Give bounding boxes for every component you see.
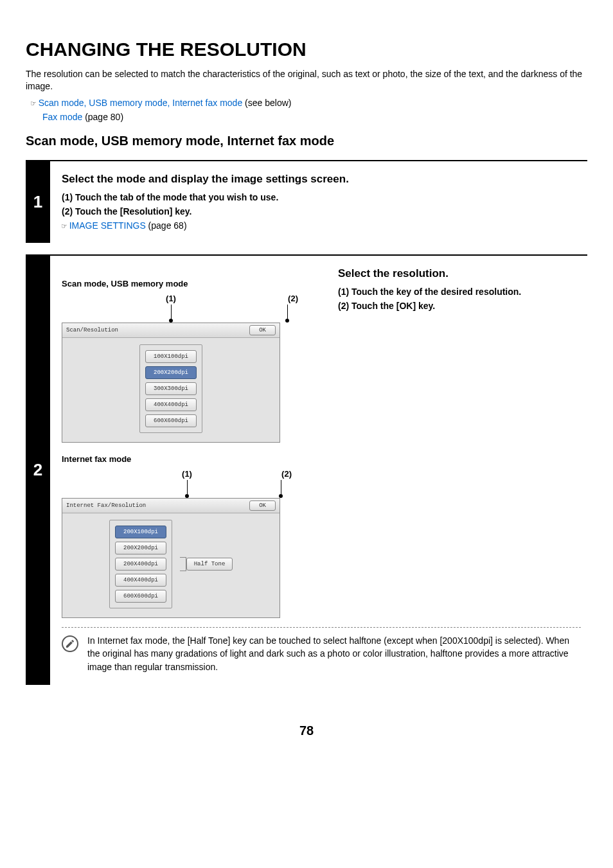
step-number-2: 2 <box>26 256 50 685</box>
step-2-title: Select the resolution. <box>338 267 581 280</box>
ifax-panel-title: Internet Fax/Resolution <box>66 502 146 509</box>
ifax-mode-label: Internet fax mode <box>62 454 319 464</box>
ifax-resolution-options: 200X100dpi 200X200dpi 200X400dpi 400X400… <box>109 520 172 608</box>
scan-resolution-panel: Scan/Resolution OK 100X100dpi 200X200dpi… <box>62 323 280 443</box>
scan-res-100x100[interactable]: 100X100dpi <box>145 350 197 363</box>
page-title: CHANGING THE RESOLUTION <box>26 39 587 60</box>
section-heading: Scan mode, USB memory mode, Internet fax… <box>26 134 587 148</box>
callout-2-ifax: (2) <box>216 469 299 498</box>
intro-text: The resolution can be selected to match … <box>26 68 587 93</box>
ifax-resolution-panel: Internet Fax/Resolution OK 200X100dpi 20… <box>62 498 280 618</box>
crossref-link-fax-mode[interactable]: Fax mode <box>42 112 82 122</box>
step-2-sub-1: (1) Touch the key of the desired resolut… <box>338 287 581 297</box>
ifax-res-400x400[interactable]: 400X400dpi <box>115 574 166 587</box>
ifax-res-200x100[interactable]: 200X100dpi <box>115 526 166 538</box>
crossref-suffix-2: (page 80) <box>82 112 123 122</box>
scan-res-300x300[interactable]: 300X300dpi <box>145 382 197 395</box>
scan-ok-button[interactable]: OK <box>249 325 276 335</box>
note-block: In Internet fax mode, the [Half Tone] ke… <box>62 634 581 673</box>
scan-res-200x200[interactable]: 200X200dpi <box>145 366 197 379</box>
step-2: 2 Scan mode, USB memory mode (1) (2) <box>26 254 587 685</box>
pencil-note-icon <box>62 635 78 652</box>
scan-panel-title: Scan/Resolution <box>66 327 118 333</box>
crossref-line-1: ☞ Scan mode, USB memory mode, Internet f… <box>31 96 587 111</box>
pointer-icon: ☞ <box>62 222 67 231</box>
step-2-sub-2: (2) Touch the [OK] key. <box>338 301 581 311</box>
step-1-sub-2: (2) Touch the [Resolution] key. <box>62 206 581 217</box>
pointer-icon: ☞ <box>31 99 36 109</box>
callout-2: (2) <box>203 294 306 323</box>
ifax-ok-button[interactable]: OK <box>249 500 276 511</box>
halftone-bridge: Half Tone <box>180 557 233 571</box>
step-number-1: 1 <box>26 161 50 243</box>
page-number: 78 <box>26 723 587 738</box>
scan-res-600x600[interactable]: 600X600dpi <box>145 414 197 427</box>
crossref-suffix-1: (see below) <box>242 98 291 108</box>
scan-resolution-options: 100X100dpi 200X200dpi 300X300dpi 400X400… <box>139 344 202 433</box>
crossref-link-scan-modes[interactable]: Scan mode, USB memory mode, Internet fax… <box>39 98 242 108</box>
crossref-line-2: Fax mode (page 80) <box>42 111 587 123</box>
note-text: In Internet fax mode, the [Half Tone] ke… <box>87 634 581 673</box>
dashed-separator <box>62 627 581 628</box>
scan-res-400x400[interactable]: 400X400dpi <box>145 398 197 411</box>
callout-2-ifax-text: (2) <box>281 469 292 479</box>
halftone-button[interactable]: Half Tone <box>186 558 233 571</box>
step-1-sub-1: (1) Touch the tab of the mode that you w… <box>62 192 581 202</box>
ifax-res-600x600[interactable]: 600X600dpi <box>115 590 166 603</box>
crossref-suffix-3: (page 68) <box>146 220 187 231</box>
ifax-res-200x400[interactable]: 200X400dpi <box>115 558 166 571</box>
scan-mode-label: Scan mode, USB memory mode <box>62 279 319 288</box>
crossref-link-image-settings[interactable]: IMAGE SETTINGS <box>69 220 146 231</box>
callout-1: (1) <box>139 294 203 323</box>
ifax-res-200x200[interactable]: 200X200dpi <box>115 542 166 554</box>
step-1-ref: ☞ IMAGE SETTINGS (page 68) <box>62 220 581 231</box>
step-1: 1 Select the mode and display the image … <box>26 160 587 243</box>
callout-1-text: (1) <box>166 294 176 303</box>
step-1-title: Select the mode and display the image se… <box>62 173 581 186</box>
callout-1-ifax-text: (1) <box>182 469 192 479</box>
callout-2-text: (2) <box>288 294 298 303</box>
callout-1-ifax: (1) <box>158 469 216 498</box>
